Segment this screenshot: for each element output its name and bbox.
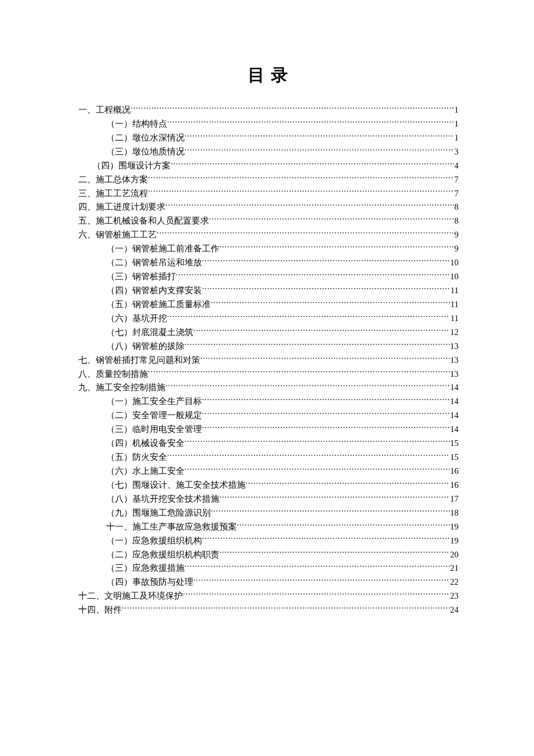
toc-entry-page: 4 [454,159,459,173]
toc-entry-page: 15 [450,451,459,465]
toc-entry[interactable]: （三）墩位地质情况3 [78,145,459,159]
toc-leader-dots [193,577,450,585]
toc-entry-label: （五）防火安全 [106,451,167,465]
toc-leader-dots [219,493,450,502]
toc-entry-label: （六）水上施工安全 [106,465,185,478]
toc-entry[interactable]: 十二、文明施工及环境保护23 [78,589,459,603]
toc-entry-label: 八、质量控制措施 [78,368,148,381]
toc-entry-page: 13 [450,368,459,381]
toc-entry[interactable]: （八）基坑开挖安全技术措施17 [78,492,459,506]
toc-leader-dots [219,243,454,252]
toc-leader-dots [202,424,450,433]
toc-entry-label: （八）基坑开挖安全技术措施 [106,492,219,506]
toc-entry-label: （二）应急救援组织机构职责 [106,548,219,562]
toc-entry-page: 19 [450,520,459,534]
toc-entry-label: （二）安全管理一般规定 [106,409,202,423]
toc-leader-dots [202,410,450,419]
toc-entry[interactable]: 十四、附件24 [78,603,459,617]
toc-entry[interactable]: （四）围堰设计方案4 [78,159,459,173]
toc-entry[interactable]: （五）防火安全15 [78,451,459,465]
toc-leader-dots [167,118,454,127]
toc-entry[interactable]: 四、施工进度计划要求8 [78,200,459,214]
toc-entry[interactable]: （一）应急救援组织机构19 [78,534,459,548]
toc-entry-label: （六）基坑开挖 [106,312,167,326]
toc-entry[interactable]: （二）墩位水深情况1 [78,131,459,145]
toc-entry[interactable]: 七、钢管桩插打常见问题和对策13 [78,354,459,368]
toc-leader-dots [148,368,450,377]
toc-entry-label: （三）钢管桩插打 [106,270,176,284]
toc-entry-page: 9 [454,228,459,242]
toc-leader-dots [209,215,454,224]
toc-entry[interactable]: （二）应急救援组织机构职责20 [78,548,459,562]
toc-leader-dots [183,591,450,599]
toc-entry[interactable]: （二）安全管理一般规定14 [78,409,459,423]
toc-leader-dots [171,160,454,168]
toc-leader-dots [202,396,450,405]
toc-entry-page: 14 [450,423,459,437]
toc-entry[interactable]: （六）水上施工安全16 [78,465,459,478]
toc-entry[interactable]: 五、施工机械设备和人员配置要求8 [78,214,459,228]
toc-entry[interactable]: （五）钢管桩施工质量标准11 [78,298,459,312]
toc-entry-page: 23 [450,589,459,603]
toc-entry-page: 21 [450,561,459,575]
toc-entry-label: （三）墩位地质情况 [106,145,185,159]
toc-entry[interactable]: （八）钢管桩的拔除13 [78,340,459,354]
toc-entry[interactable]: （三）临时用电安全管理14 [78,423,459,437]
toc-entry[interactable]: （七）围堰设计、施工安全技术措施16 [78,478,459,492]
toc-entry-page: 15 [450,437,459,451]
toc-entry-page: 8 [454,214,459,228]
toc-leader-dots [185,465,450,474]
toc-entry[interactable]: （四）事故预防与处理22 [78,575,459,589]
toc-entry[interactable]: （九）围堰施工危险源识别18 [78,506,459,520]
toc-entry-label: （七）围堰设计、施工安全技术措施 [106,478,246,492]
toc-entry-label: （九）围堰施工危险源识别 [106,506,211,520]
toc-entry-label: （二）钢管桩吊运和堆放 [106,256,202,270]
toc-entry-page: 11 [450,298,459,312]
toc-leader-dots [185,563,450,571]
toc-entry[interactable]: （七）封底混凝土浇筑12 [78,326,459,340]
toc-entry[interactable]: 六、钢管桩施工工艺9 [78,228,459,242]
toc-leader-dots [122,604,450,613]
toc-entry-label: 三、施工工艺流程 [78,187,148,201]
toc-entry-label: （一）施工安全生产目标 [106,395,202,409]
toc-entry[interactable]: 二、施工总体方案7 [78,173,459,187]
toc-entry[interactable]: （一）施工安全生产目标14 [78,395,459,409]
toc-entry-label: 九、施工安全控制措施 [78,381,165,395]
toc-entry-page: 11 [450,284,459,298]
toc-entry-page: 13 [450,354,459,368]
toc-entry-page: 7 [454,173,459,187]
toc-entry[interactable]: （四）钢管桩内支撑安装11 [78,284,459,298]
toc-leader-dots [165,201,454,210]
toc-entry[interactable]: （三）应急救援措施21 [78,561,459,575]
toc-entry-page: 14 [450,395,459,409]
toc-leader-dots [193,326,450,335]
toc-entry[interactable]: 十一、施工生产事故应急救援预案19 [78,520,459,534]
toc-entry[interactable]: 八、质量控制措施13 [78,368,459,381]
toc-entry-label: 七、钢管桩插打常见问题和对策 [78,354,200,368]
toc-entry-page: 14 [450,409,459,423]
toc-entry-label: 十四、附件 [78,603,122,617]
toc-entry-label: 六、钢管桩施工工艺 [78,228,157,242]
toc-entry-label: （四）机械设备安全 [106,437,185,451]
toc-entry[interactable]: 三、施工工艺流程7 [78,187,459,201]
toc-entry-page: 10 [450,270,459,284]
toc-entry[interactable]: 一、工程概况1 [78,103,459,117]
toc-entry-label: 二、施工总体方案 [78,173,148,187]
toc-entry[interactable]: （一）结构特点1 [78,117,459,131]
toc-leader-dots [211,507,450,516]
toc-entry[interactable]: （一）钢管桩施工前准备工作9 [78,242,459,256]
toc-entry-page: 19 [450,534,459,548]
toc-leader-dots [237,521,450,530]
toc-entry-label: （一）结构特点 [106,117,167,131]
toc-entry-label: 四、施工进度计划要求 [78,200,165,214]
toc-entry-page: 14 [450,381,459,395]
toc-entry[interactable]: （二）钢管桩吊运和堆放10 [78,256,459,270]
toc-leader-dots [202,285,450,293]
toc-entry-page: 1 [454,103,459,117]
toc-entry-page: 1 [454,131,459,145]
toc-entry[interactable]: （三）钢管桩插打10 [78,270,459,284]
toc-entry[interactable]: 九、施工安全控制措施14 [78,381,459,395]
toc-entry[interactable]: （六）基坑开挖11 [78,312,459,326]
toc-entry[interactable]: （四）机械设备安全15 [78,437,459,451]
toc-leader-dots [167,452,450,460]
